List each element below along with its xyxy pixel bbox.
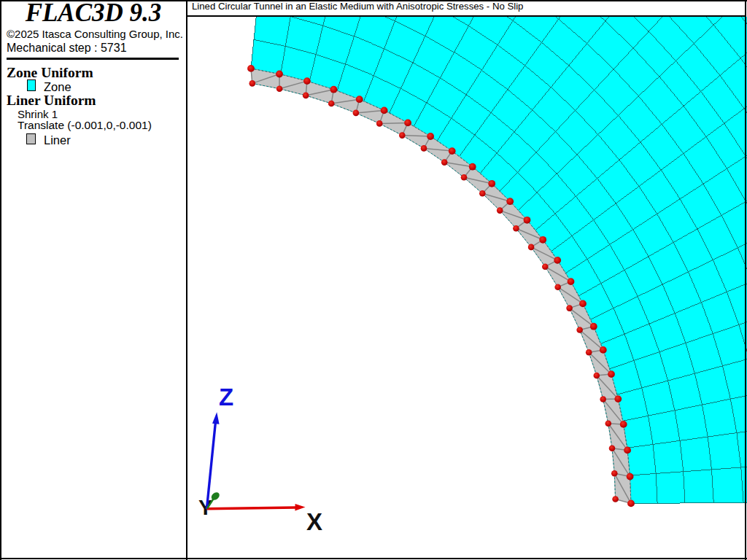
svg-text:X: X bbox=[306, 508, 322, 535]
svg-text:Z: Z bbox=[219, 384, 233, 411]
